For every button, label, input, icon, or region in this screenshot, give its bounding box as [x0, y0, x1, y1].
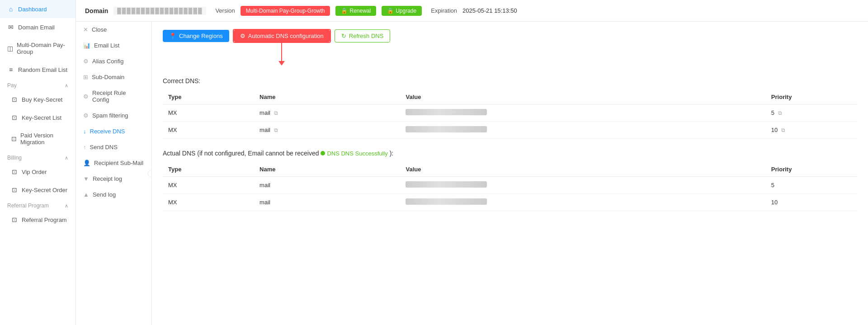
correct-dns-table: Type Name Value Priority MX mail ⧉ 5 ⧉ [163, 90, 857, 139]
sidebar-item-paid-version[interactable]: ⊡ Paid Version Migration [4, 127, 75, 151]
send-log-icon: ▲ [83, 191, 89, 198]
correct-dns-col-type: Type [163, 90, 254, 104]
sidebar-item-key-secret-order[interactable]: ⊡ Key-Secret Order [4, 181, 75, 199]
sidebar-item-buy-key-secret[interactable]: ⊡ Buy Key-Secret [4, 90, 75, 108]
actual-dns-col-value: Value [400, 162, 765, 177]
sub-item-email-list[interactable]: 📊 Email List [76, 38, 151, 53]
referral-icon: ⊡ [11, 216, 18, 223]
sidebar-group-referral[interactable]: Referral Program ∧ [0, 199, 75, 211]
auto-dns-highlight: ⚙ Automatic DNS configuration [233, 29, 331, 43]
sidebar-item-domain-email[interactable]: ✉ Domain Email [0, 18, 75, 36]
sub-item-receipt-log[interactable]: ▼ Receipt log [76, 171, 151, 187]
actual-dns-col-type: Type [163, 162, 254, 177]
version-button[interactable]: Multi-Domain Pay-Group-Growth [241, 6, 330, 16]
sidebar-item-vip-order[interactable]: ⊡ Vip Order [4, 163, 75, 181]
sub-item-send-dns[interactable]: ↑ Send DNS [76, 139, 151, 155]
copy-priority-1[interactable]: ⧉ [778, 110, 782, 116]
actual-dns-name-2: mail [254, 194, 400, 211]
dns-success-badge: DNS DNS Successfully [321, 150, 387, 157]
main-area: Domain ██████████████████ Version Multi-… [76, 0, 868, 325]
blurred-value-1 [406, 109, 487, 115]
actual-dns-name-1: mail [254, 177, 400, 194]
change-regions-button[interactable]: 📍 Change Regions [163, 30, 229, 42]
expiration-value: 2025-05-21 15:13:50 [462, 7, 517, 14]
actual-dns-type-1: MX [163, 177, 254, 194]
actual-dns-header-row: Type Name Value Priority [163, 162, 857, 177]
main-content: 📍 Change Regions ⚙ Automatic DNS configu… [152, 22, 868, 325]
upgrade-button[interactable]: 🔒 Upgrade [382, 6, 422, 16]
correct-dns-priority-1: 5 ⧉ [766, 104, 857, 122]
correct-dns-type-1: MX [163, 104, 254, 122]
sidebar-item-multi-domain[interactable]: ◫ Multi-Domain Pay-Group [0, 36, 75, 61]
correct-dns-col-value: Value [400, 90, 765, 104]
table-row: MX mail 10 [163, 194, 857, 211]
copy-icon-1[interactable]: ⧉ [274, 110, 278, 116]
email-icon: ✉ [7, 24, 14, 31]
recipient-icon: 👤 [83, 160, 90, 166]
sidebar-item-random-email[interactable]: ≡ Random Email List [0, 61, 75, 79]
sub-item-alias-config[interactable]: ⚙ Alias Config [76, 53, 151, 69]
send-dns-icon: ↑ [83, 144, 86, 151]
sidebar-sub-referral: ⊡ Referral Program [0, 211, 75, 229]
copy-priority-2[interactable]: ⧉ [781, 127, 785, 133]
chevron-up-referral-icon: ∧ [65, 203, 68, 209]
correct-dns-name-2: mail ⧉ [254, 122, 400, 139]
sidebar: ⌂ Dashboard ✉ Domain Email ◫ Multi-Domai… [0, 0, 76, 325]
sub-item-spam-filtering[interactable]: ⚙ Spam filtering [76, 108, 151, 123]
arrow-head [278, 61, 285, 66]
location-icon: 📍 [169, 33, 176, 39]
copy-icon-2[interactable]: ⧉ [274, 127, 278, 133]
actual-dns-table: Type Name Value Priority MX mail 5 [163, 162, 857, 211]
sidebar-group-billing[interactable]: Billing ∧ [0, 151, 75, 163]
auto-dns-button[interactable]: ⚙ Automatic DNS configuration [234, 30, 330, 42]
receipt-log-icon: ▼ [83, 175, 89, 182]
actual-dns-priority-1: 5 [766, 177, 857, 194]
correct-dns-type-2: MX [163, 122, 254, 139]
spam-icon: ⚙ [83, 112, 89, 119]
expiration-label: Expiration [431, 7, 457, 14]
actual-dns-col-name: Name [254, 162, 400, 177]
sidebar-item-referral-program[interactable]: ⊡ Referral Program [4, 211, 75, 229]
sidebar-sub-pay: ⊡ Buy Key-Secret ⊡ Key-Secret List ⊡ Pai… [0, 90, 75, 151]
sidebar-group-pay[interactable]: Pay ∧ [0, 79, 75, 90]
actual-dns-type-2: MX [163, 194, 254, 211]
actual-dns-value-2 [400, 194, 765, 211]
correct-dns-title: Correct DNS: [163, 77, 857, 85]
refresh-dns-button[interactable]: ↻ Refresh DNS [335, 29, 391, 42]
version-label: Version [215, 7, 235, 14]
actual-blurred-value-1 [406, 181, 487, 188]
correct-dns-priority-2: 10 ⧉ [766, 122, 857, 139]
table-row: MX mail ⧉ 10 ⧉ [163, 122, 857, 139]
renewal-button[interactable]: 🔒 Renewal [335, 6, 376, 16]
sub-item-sub-domain[interactable]: ⊞ Sub-Domain [76, 69, 151, 85]
content-wrapper: ‹ ✕ Close 📊 Email List ⚙ Alias Config ⊞ … [76, 22, 868, 325]
correct-dns-name-1: mail ⧉ [254, 104, 400, 122]
random-email-icon: ≡ [7, 66, 14, 73]
refresh-icon: ↻ [341, 33, 346, 39]
receipt-rule-icon: ⚙ [83, 93, 89, 100]
correct-dns-header-row: Type Name Value Priority [163, 90, 857, 104]
key-order-icon: ⊡ [11, 186, 18, 193]
key-list-icon: ⊡ [11, 114, 18, 121]
actual-dns-title: Actual DNS (if not configured, Email can… [163, 150, 857, 157]
sidebar-item-key-secret-list[interactable]: ⊡ Key-Secret List [4, 108, 75, 127]
sub-item-close[interactable]: ✕ Close [76, 22, 151, 38]
correct-dns-value-1 [400, 104, 765, 122]
sub-item-receive-dns[interactable]: ↓ Receive DNS [76, 123, 151, 139]
sub-item-recipient-sub-mail[interactable]: 👤 Recipient Sub-Mail [76, 155, 151, 171]
sub-item-receipt-rule[interactable]: ⚙ Receipt Rule Config [76, 85, 151, 108]
correct-dns-col-priority: Priority [766, 90, 857, 104]
actual-blurred-value-2 [406, 198, 487, 205]
header: Domain ██████████████████ Version Multi-… [76, 0, 868, 22]
actual-dns-col-priority: Priority [766, 162, 857, 177]
sub-item-send-log[interactable]: ▲ Send log [76, 187, 151, 203]
receive-dns-icon: ↓ [83, 128, 86, 135]
multi-domain-icon: ◫ [7, 45, 13, 52]
correct-dns-col-name: Name [254, 90, 400, 104]
sidebar-sub-billing: ⊡ Vip Order ⊡ Key-Secret Order [0, 163, 75, 199]
vip-icon: ⊡ [11, 168, 18, 175]
sidebar-item-dashboard[interactable]: ⌂ Dashboard [0, 0, 75, 18]
close-icon: ✕ [83, 26, 88, 33]
blurred-value-2 [406, 126, 487, 132]
dashboard-icon: ⌂ [7, 5, 14, 13]
